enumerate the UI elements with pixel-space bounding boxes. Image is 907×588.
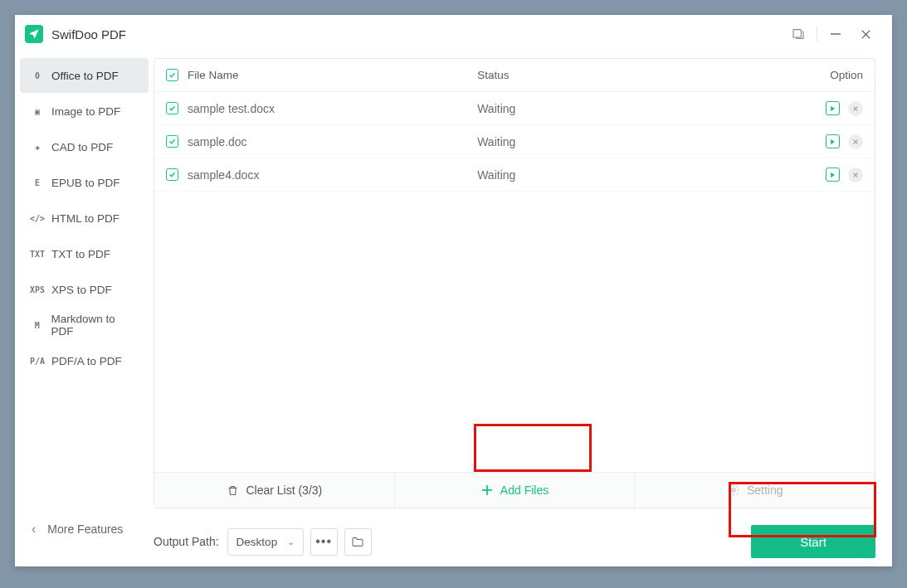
file-list-panel: File Name Status Option sample test.docx… xyxy=(154,58,875,508)
sidebar-item-html-to-pdf[interactable]: </> HTML to PDF xyxy=(20,201,149,236)
sidebar-item-pdfa-to-pdf[interactable]: P/A PDF/A to PDF xyxy=(20,343,149,378)
convert-row-button[interactable] xyxy=(826,168,840,182)
path-options-button[interactable]: ••• xyxy=(310,528,338,556)
file-name: sample.doc xyxy=(188,135,477,148)
sidebar-item-txt-to-pdf[interactable]: TXT TXT to PDF xyxy=(20,236,149,271)
sidebar-item-label: EPUB to PDF xyxy=(51,177,120,189)
image-icon: ▣ xyxy=(30,107,45,116)
ellipsis-icon: ••• xyxy=(315,534,332,549)
sidebar-item-xps-to-pdf[interactable]: XPS XPS to PDF xyxy=(20,272,149,307)
file-status: Waiting xyxy=(477,168,803,182)
add-files-button[interactable]: Add Files xyxy=(395,473,636,508)
plus-icon xyxy=(480,484,494,497)
txt-icon: TXT xyxy=(30,250,45,259)
output-path-label: Output Path: xyxy=(154,535,219,548)
cad-icon: ✚ xyxy=(30,143,45,152)
convert-row-button[interactable] xyxy=(826,101,840,115)
add-files-label: Add Files xyxy=(500,484,549,497)
sidebar-item-label: Image to PDF xyxy=(51,105,120,118)
output-path-value: Desktop xyxy=(237,536,278,548)
sidebar-item-label: HTML to PDF xyxy=(51,212,119,225)
folder-icon xyxy=(351,536,364,547)
html-icon: </> xyxy=(30,214,45,223)
file-status: Waiting xyxy=(477,135,803,148)
sidebar-item-markdown-to-pdf[interactable]: M Markdown to PDF xyxy=(20,308,149,343)
file-status: Waiting xyxy=(477,102,803,115)
file-row: sample test.docxWaiting xyxy=(154,92,875,125)
clear-list-button[interactable]: Clear List (3/3) xyxy=(154,473,395,508)
app-title: SwifDoo PDF xyxy=(51,27,126,41)
titlebar: SwifDoo PDF xyxy=(15,15,892,53)
sidebar-item-image-to-pdf[interactable]: ▣ Image to PDF xyxy=(20,94,149,129)
file-rows: sample test.docxWaitingsample.docWaiting… xyxy=(154,92,875,472)
svg-point-12 xyxy=(732,488,735,492)
file-name: sample test.docx xyxy=(188,102,477,115)
start-label: Start xyxy=(800,535,827,549)
remove-row-button[interactable] xyxy=(848,168,863,182)
sidebar-item-label: XPS to PDF xyxy=(51,284,112,296)
row-checkbox[interactable] xyxy=(166,168,178,181)
file-list-header: File Name Status Option xyxy=(154,59,875,92)
epub-icon: E xyxy=(30,178,45,187)
more-features-label: More Features xyxy=(47,522,123,536)
markdown-icon: M xyxy=(30,321,45,330)
footer-row: Output Path: Desktop ⌄ ••• Start xyxy=(154,508,875,566)
screenshot-icon[interactable] xyxy=(783,19,813,49)
close-icon[interactable] xyxy=(851,19,880,49)
clear-list-label: Clear List (3/3) xyxy=(246,484,322,497)
sidebar-item-label: CAD to PDF xyxy=(51,141,113,153)
row-checkbox[interactable] xyxy=(166,135,178,148)
titlebar-divider xyxy=(817,27,817,41)
sidebar-item-label: Markdown to PDF xyxy=(51,313,139,338)
output-path-select[interactable]: Desktop ⌄ xyxy=(227,528,304,556)
chevron-down-icon: ⌄ xyxy=(287,537,295,547)
sidebar: 0 Office to PDF ▣ Image to PDF ✚ CAD to … xyxy=(15,53,154,566)
app-window: SwifDoo PDF 0 Office to PDF ▣ Image to P… xyxy=(15,15,892,566)
panel-toolbar: Clear List (3/3) Add Files Setting xyxy=(154,472,875,508)
start-button[interactable]: Start xyxy=(751,525,875,558)
trash-icon xyxy=(226,484,239,497)
file-row: sample.docWaiting xyxy=(154,125,875,158)
minimize-icon[interactable] xyxy=(821,19,851,49)
chevron-left-icon: ‹ xyxy=(32,522,36,537)
column-header-filename: File Name xyxy=(188,69,477,81)
open-folder-button[interactable] xyxy=(344,528,372,556)
convert-row-button[interactable] xyxy=(826,134,840,148)
gear-icon xyxy=(727,484,740,497)
sidebar-item-label: Office to PDF xyxy=(51,70,119,82)
select-all-checkbox[interactable] xyxy=(166,69,178,81)
sidebar-item-label: TXT to PDF xyxy=(51,248,110,260)
column-header-status: Status xyxy=(477,69,803,81)
pdfa-icon: P/A xyxy=(30,357,45,366)
file-name: sample4.docx xyxy=(188,168,477,182)
xps-icon: XPS xyxy=(30,285,45,294)
svg-rect-0 xyxy=(793,30,801,37)
more-features-button[interactable]: ‹ More Features xyxy=(32,522,123,537)
row-checkbox[interactable] xyxy=(166,102,178,114)
remove-row-button[interactable] xyxy=(848,101,863,116)
sidebar-item-label: PDF/A to PDF xyxy=(51,355,122,367)
sidebar-item-office-to-pdf[interactable]: 0 Office to PDF xyxy=(20,58,149,93)
file-row: sample4.docxWaiting xyxy=(154,158,875,192)
sidebar-item-cad-to-pdf[interactable]: ✚ CAD to PDF xyxy=(20,129,149,164)
sidebar-item-epub-to-pdf[interactable]: E EPUB to PDF xyxy=(20,165,149,200)
column-header-option: Option xyxy=(803,69,863,81)
main-panel: File Name Status Option sample test.docx… xyxy=(154,53,892,566)
setting-label: Setting xyxy=(747,484,783,497)
setting-button[interactable]: Setting xyxy=(635,473,875,508)
remove-row-button[interactable] xyxy=(848,134,863,149)
office-icon: 0 xyxy=(30,71,45,80)
app-logo-icon xyxy=(25,25,43,43)
